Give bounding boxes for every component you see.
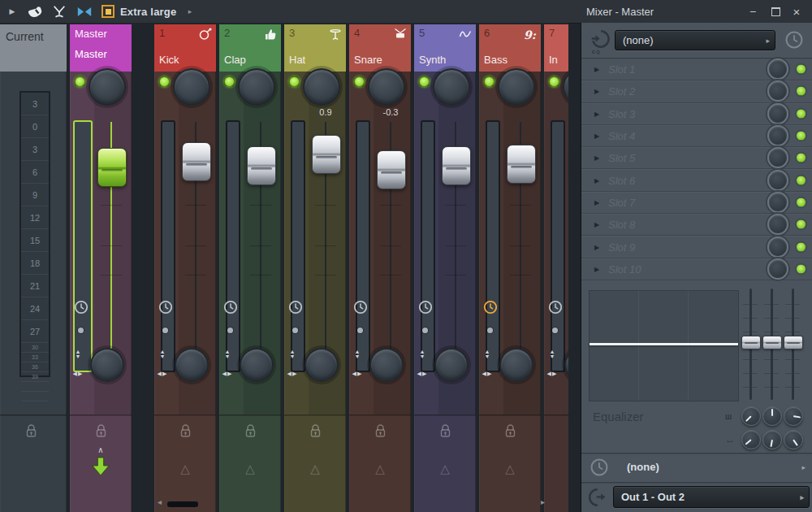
slot-enable-led[interactable] <box>795 63 807 76</box>
slot-mix-knob[interactable] <box>767 125 788 146</box>
record-arm-icon[interactable] <box>24 423 38 439</box>
effect-slot-row[interactable]: ▶Slot 8 <box>581 214 812 236</box>
channel-strip-synth[interactable]: 5Synth▲▼◀▶△ <box>414 24 476 512</box>
eq-bandwidth-knob[interactable] <box>784 406 803 426</box>
pan-knob[interactable] <box>89 68 126 106</box>
effect-slot-row[interactable]: ▶Slot 7 <box>581 192 812 214</box>
clock-icon[interactable] <box>590 458 609 477</box>
volume-fader-handle[interactable] <box>182 142 211 181</box>
swap-arrows-icon[interactable]: ▲▼ <box>482 349 492 359</box>
chevron-right-icon[interactable]: ▸ <box>185 0 195 23</box>
effect-slot-row[interactable]: ▶Slot 4 <box>581 125 812 147</box>
slot-enable-led[interactable] <box>795 219 807 231</box>
pan-knob[interactable] <box>173 68 210 106</box>
view-size-label[interactable]: Extra large <box>120 0 176 23</box>
slot-menu-icon[interactable]: ▶ <box>594 198 599 206</box>
volume-fader-handle[interactable] <box>377 150 406 189</box>
clock-icon[interactable] <box>223 300 238 315</box>
time-selector-value[interactable]: (none) <box>627 461 659 473</box>
clock-icon[interactable] <box>74 300 89 315</box>
channel-header[interactable]: Current <box>0 24 67 72</box>
slot-enable-led[interactable] <box>795 85 807 98</box>
route-to-master-icon[interactable]: △ <box>154 462 216 476</box>
mute-led[interactable] <box>158 76 171 88</box>
effect-slot-row[interactable]: ▶Slot 10 <box>581 258 812 280</box>
swap-arrows-icon[interactable]: ▲▼ <box>287 349 297 359</box>
slot-mix-knob[interactable] <box>767 258 788 280</box>
record-arm-icon[interactable] <box>374 423 387 439</box>
record-arm-icon[interactable] <box>94 423 108 439</box>
mute-led[interactable] <box>74 76 86 88</box>
eq-curve-display[interactable] <box>589 290 739 401</box>
channel-header[interactable]: 1Kick <box>154 24 216 72</box>
slot-enable-led[interactable] <box>795 196 807 208</box>
mute-led[interactable] <box>418 76 430 88</box>
eq-bandwidth-knob[interactable] <box>741 406 761 426</box>
record-arm-icon[interactable] <box>309 423 322 439</box>
effect-slot-row[interactable]: ▶Slot 9 <box>581 236 812 258</box>
mute-led[interactable] <box>223 76 235 88</box>
audio-output-icon[interactable] <box>589 487 610 508</box>
volume-fader-handle[interactable] <box>507 145 536 184</box>
record-arm-icon[interactable] <box>503 423 517 439</box>
time-settings-icon[interactable] <box>784 30 804 50</box>
pan-arrows-icon[interactable]: ◀▶ <box>416 371 429 377</box>
mute-led[interactable] <box>353 76 365 88</box>
channel-strip-kick[interactable]: 1Kick▲▼◀▶△ <box>154 24 216 512</box>
slot-label[interactable]: Slot 10 <box>608 263 641 275</box>
channel-strip-bass[interactable]: 69:Bass▲▼◀▶△ <box>479 24 541 512</box>
mute-led[interactable] <box>483 76 495 88</box>
slot-label[interactable]: Slot 4 <box>608 130 635 142</box>
slot-mix-knob[interactable] <box>767 147 788 168</box>
slot-enable-led[interactable] <box>795 174 807 186</box>
pan-knob[interactable] <box>238 68 275 106</box>
stereo-separation-knob[interactable] <box>499 348 533 382</box>
channel-strip-snare[interactable]: 4Snare-0.3▲▼◀▶△ <box>349 24 411 512</box>
pan-knob[interactable] <box>433 68 470 106</box>
slot-menu-icon[interactable]: ▶ <box>594 176 599 184</box>
eq-frequency-knob[interactable] <box>784 430 803 449</box>
slot-label[interactable]: Slot 7 <box>608 196 635 208</box>
slot-menu-icon[interactable]: ▶ <box>594 265 599 272</box>
slot-mix-knob[interactable] <box>767 59 788 80</box>
channel-header[interactable]: 7In <box>544 24 568 72</box>
hand-tool-icon[interactable] <box>24 0 45 23</box>
slot-label[interactable]: Slot 9 <box>608 241 635 253</box>
channel-strip-hat[interactable]: 3Hat0.9▲▼◀▶△ <box>284 24 346 512</box>
pan-knob[interactable] <box>303 68 340 106</box>
output-selector-dropdown[interactable]: Out 1 - Out 2 ▸ <box>613 486 810 508</box>
eq-band-fader-handle[interactable] <box>741 336 761 349</box>
slot-enable-led[interactable] <box>795 263 807 275</box>
stereo-separation-knob[interactable] <box>175 348 209 382</box>
slot-mix-knob[interactable] <box>767 80 788 102</box>
effect-slot-row[interactable]: ▶Slot 2 <box>581 80 812 102</box>
scrollbar-left-arrow[interactable]: ◂ <box>158 497 162 506</box>
swap-arrows-icon[interactable]: ▲▼ <box>352 349 362 359</box>
swap-arrows-icon[interactable]: ▲▼ <box>222 349 232 359</box>
route-to-master-icon[interactable]: △ <box>479 462 541 476</box>
slot-mix-knob[interactable] <box>767 214 788 235</box>
slot-menu-icon[interactable]: ▶ <box>594 88 599 95</box>
pan-arrows-icon[interactable]: ◀▶ <box>71 371 84 377</box>
slot-enable-led[interactable] <box>795 241 807 253</box>
volume-fader-handle[interactable] <box>247 146 276 185</box>
layout-square-icon[interactable] <box>101 0 115 23</box>
channel-strip-master[interactable]: MasterMaster▲▼◀▶∧ <box>70 24 132 512</box>
channel-header[interactable]: MasterMaster <box>70 24 132 72</box>
effect-slot-row[interactable]: ▶Slot 3 <box>581 103 812 125</box>
clock-icon[interactable] <box>158 300 173 315</box>
route-to-master-icon[interactable]: △ <box>414 462 476 476</box>
volume-fader-handle[interactable] <box>97 148 127 187</box>
stereo-separation-knob[interactable] <box>369 348 404 382</box>
slot-menu-icon[interactable]: ▶ <box>594 132 599 140</box>
record-arm-icon[interactable] <box>179 423 192 439</box>
close-button[interactable]: × <box>788 0 806 23</box>
mute-led[interactable] <box>548 76 560 88</box>
pan-arrows-icon[interactable]: ◀▶ <box>156 371 169 377</box>
pan-knob[interactable] <box>563 68 568 106</box>
pan-arrows-icon[interactable]: ◀▶ <box>286 371 299 377</box>
mixer-menu-icon[interactable]: ▶ <box>6 0 18 23</box>
effect-slot-row[interactable]: ▶Slot 6 <box>581 169 812 191</box>
swap-arrows-icon[interactable]: ▲▼ <box>417 349 427 359</box>
slot-mix-knob[interactable] <box>767 170 788 191</box>
